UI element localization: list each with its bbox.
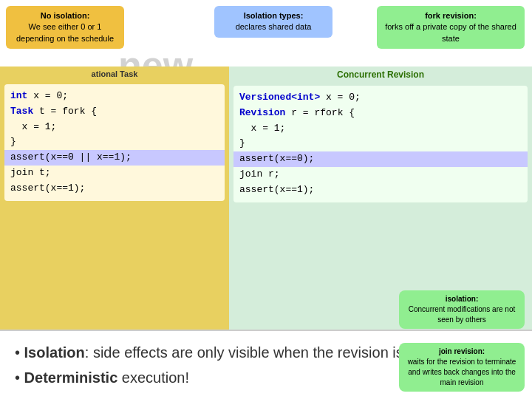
rcode-line-5: assert(x==0); (233, 151, 528, 167)
code-line-1: int x = 0; (10, 89, 219, 104)
fork-revision-body: forks off a private copy of the shared s… (385, 22, 516, 42)
code-line-3: x = 1; (10, 120, 219, 135)
bullet-2-term: Deterministic (24, 369, 118, 386)
isolation-def-title: isolation: (446, 295, 478, 303)
code-line-4: } (10, 134, 219, 150)
rcode-line-1: Versioned<int> x = 0; (239, 90, 522, 106)
code-line-5: assert(x==0 || x==1); (4, 150, 225, 166)
concurrent-label: Concurrent Revision (229, 66, 532, 83)
callout-fork-revision: fork revision: forks off a private copy … (377, 6, 525, 49)
bullet-1-rest: : side effects are only visible when the… (85, 344, 451, 361)
join-def-body: waits for the revision to terminate and … (408, 358, 516, 386)
code-line-2: Task t = fork { (10, 104, 219, 120)
rcode-line-4: } (239, 136, 522, 151)
rcode-line-3: x = 1; (239, 121, 522, 137)
code-line-6: join t; (10, 166, 219, 181)
callout-isolation-def: isolation: Concurrent modifications are … (399, 290, 525, 329)
code-line-7: assert(x==1); (10, 181, 219, 197)
isolation-types-body: declares shared data (236, 22, 312, 31)
rcode-line-7: assert(x==1); (239, 183, 522, 198)
callout-no-isolation: No isolation: We see either 0 or 1 depen… (6, 6, 124, 49)
right-code-block: Versioned<int> x = 0; Revision r = rfork… (233, 86, 528, 202)
callout-isolation-types: Isolation types: declares shared data (214, 6, 332, 38)
isolation-types-title: Isolation types: (244, 11, 304, 20)
no-isolation-title: No isolation: (41, 11, 90, 20)
callout-join-def: join revision: waits for the revision to… (399, 343, 525, 392)
fork-revision-title: fork revision: (425, 11, 477, 20)
bullet-2-rest: execution! (117, 369, 189, 386)
slide: No isolation: We see either 0 or 1 depen… (0, 0, 532, 399)
left-panel: ational Task int x = 0; Task t = fork { … (0, 66, 229, 332)
rcode-line-2: Revision r = rfork { (239, 106, 522, 121)
isolation-def-body: Concurrent modifications are not seen by… (409, 305, 516, 324)
bullet-1-term: Isolation (24, 344, 85, 361)
rcode-line-6: join r; (239, 167, 522, 183)
left-code-block: int x = 0; Task t = fork { x = 1; } asse… (4, 84, 225, 201)
no-isolation-body: We see either 0 or 1 depending on the sc… (16, 22, 114, 42)
left-panel-title: ational Task (0, 66, 229, 81)
join-def-title: join revision: (439, 347, 485, 355)
